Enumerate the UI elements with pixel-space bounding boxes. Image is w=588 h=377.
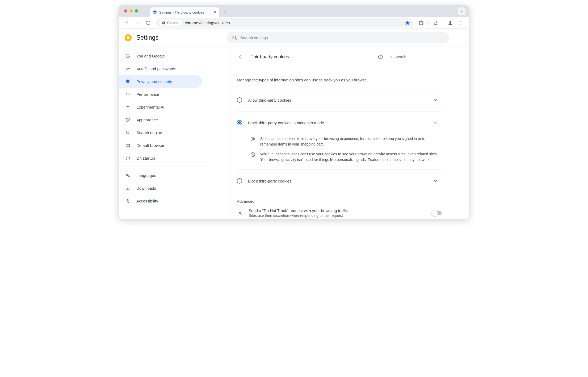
- bookmark-star-icon[interactable]: [405, 20, 410, 26]
- svg-point-32: [253, 139, 254, 140]
- sidebar-item-downloads[interactable]: Downloads: [119, 182, 202, 194]
- svg-point-29: [252, 139, 253, 139]
- sidebar-item-on-startup[interactable]: On startup: [119, 152, 202, 164]
- do-not-track-toggle[interactable]: [432, 211, 442, 215]
- sidebar-item-you-and-google[interactable]: You and Google: [119, 49, 202, 62]
- help-button[interactable]: [376, 52, 385, 61]
- svg-line-8: [236, 39, 237, 40]
- download-icon: [125, 186, 131, 190]
- sidebar-item-default-browser[interactable]: Default browser: [119, 139, 202, 152]
- nav-forward-button[interactable]: [133, 18, 142, 27]
- detail-text: While in Incognito, sites can't use your…: [260, 151, 442, 163]
- option-label: Block third-party cookies: [248, 179, 420, 183]
- sidebar-item-label: Languages: [136, 173, 156, 178]
- nav-back-button[interactable]: [123, 18, 132, 27]
- svg-rect-19: [126, 144, 130, 147]
- tab-overflow-button[interactable]: [458, 7, 465, 15]
- address-bar[interactable]: Chrome: [156, 18, 413, 27]
- svg-point-7: [233, 36, 236, 39]
- sidebar-item-label: Experimental AI: [136, 105, 164, 109]
- sidebar: You and Google Autofill and passwords Pr…: [119, 47, 209, 219]
- minimize-window-button[interactable]: [129, 9, 133, 13]
- search-settings-input[interactable]: [240, 35, 444, 40]
- chrome-product-icon: [125, 34, 132, 41]
- page-title: Third-party cookies: [251, 54, 289, 60]
- search-settings-bar[interactable]: [227, 32, 449, 43]
- content-panel: Third-party cookies Manage the types of …: [230, 47, 448, 219]
- option-detail: Sites can use cookies to improve your br…: [237, 134, 442, 170]
- svg-line-27: [392, 57, 392, 57]
- profile-button[interactable]: [446, 18, 455, 27]
- browser-tab[interactable]: Settings - Third-party cookies ✕: [150, 7, 219, 17]
- svg-point-22: [128, 199, 128, 200]
- labs-button[interactable]: [431, 18, 440, 27]
- browser-icon: [125, 143, 131, 148]
- page-search-input[interactable]: [394, 55, 441, 59]
- svg-point-3: [450, 21, 451, 23]
- sidebar-item-label: Appearance: [136, 118, 158, 122]
- overflow-menu-button[interactable]: [456, 18, 465, 27]
- option-block-incognito[interactable]: Block third-party cookies in Incognito m…: [237, 111, 442, 134]
- key-icon: [125, 66, 131, 71]
- svg-point-25: [380, 58, 380, 58]
- sidebar-item-label: On startup: [136, 156, 155, 160]
- toggle-text: Send a "Do Not Track" request with your …: [249, 208, 427, 218]
- close-window-button[interactable]: [124, 9, 127, 13]
- window-controls: [124, 9, 138, 13]
- detail-row: While in Incognito, sites can't use your…: [250, 149, 442, 165]
- detail-text: Sites can use cookies to improve your br…: [260, 136, 442, 147]
- svg-line-34: [251, 153, 254, 156]
- url-input[interactable]: [185, 20, 402, 25]
- sidebar-item-appearance[interactable]: Appearance: [119, 113, 202, 126]
- fullscreen-window-button[interactable]: [135, 9, 138, 13]
- site-chip-label: Chrome: [167, 21, 179, 25]
- reload-button[interactable]: [144, 18, 153, 27]
- svg-point-15: [127, 119, 128, 119]
- svg-point-16: [128, 119, 129, 119]
- option-block-third-party[interactable]: Block third-party cookies: [237, 170, 442, 192]
- sidebar-item-label: Accessibility: [136, 199, 158, 203]
- block-icon: [250, 151, 255, 163]
- sidebar-item-languages[interactable]: Languages: [119, 169, 202, 182]
- toggle-title: Send a "Do Not Track" request with your …: [249, 208, 427, 213]
- new-tab-button[interactable]: +: [221, 9, 229, 16]
- svg-line-18: [129, 133, 129, 134]
- do-not-track-row[interactable]: Send a "Do Not Track" request with your …: [237, 204, 442, 219]
- page-search[interactable]: [390, 54, 442, 60]
- extensions-button[interactable]: [417, 18, 426, 27]
- expand-button[interactable]: [429, 175, 442, 187]
- site-chip[interactable]: Chrome: [159, 19, 182, 26]
- translate-icon: [125, 173, 131, 178]
- sidebar-item-performance[interactable]: Performance: [119, 88, 202, 101]
- close-tab-icon[interactable]: ✕: [213, 10, 217, 15]
- radio-icon: [237, 178, 242, 184]
- sidebar-item-privacy-security[interactable]: Privacy and security: [119, 75, 202, 88]
- sidebar-item-accessibility[interactable]: Accessibility: [119, 194, 202, 207]
- expand-button[interactable]: [429, 94, 442, 106]
- page-back-button[interactable]: [237, 52, 246, 61]
- page-header: Third-party cookies: [237, 51, 442, 63]
- palette-icon: [125, 117, 131, 122]
- svg-point-28: [251, 137, 255, 141]
- sidebar-item-autofill[interactable]: Autofill and passwords: [119, 62, 202, 75]
- sidebar-item-label: Autofill and passwords: [136, 67, 176, 71]
- chrome-logo-icon: [162, 21, 166, 25]
- search-icon: [390, 55, 392, 59]
- option-allow-third-party[interactable]: Allow third-party cookies: [237, 89, 442, 111]
- sidebar-item-label: Downloads: [136, 186, 156, 190]
- svg-point-17: [126, 131, 129, 134]
- speedometer-icon: [125, 92, 131, 97]
- svg-point-30: [253, 138, 254, 139]
- tab-title: Settings - Third-party cookies: [159, 10, 204, 14]
- browser-window: Settings - Third-party cookies ✕ + Chrom…: [119, 5, 469, 219]
- page-description: Manage the types of information sites ca…: [237, 78, 442, 82]
- sidebar-item-search-engine[interactable]: Search engine: [119, 126, 202, 139]
- svg-point-26: [390, 56, 392, 57]
- svg-point-6: [461, 24, 461, 24]
- toolbar-separator: [428, 20, 429, 26]
- sidebar-item-experimental-ai[interactable]: Experimental AI: [119, 101, 202, 113]
- toolbar: Chrome: [119, 17, 469, 29]
- power-icon: [125, 156, 131, 160]
- send-icon: [237, 210, 243, 216]
- collapse-button[interactable]: [429, 116, 442, 129]
